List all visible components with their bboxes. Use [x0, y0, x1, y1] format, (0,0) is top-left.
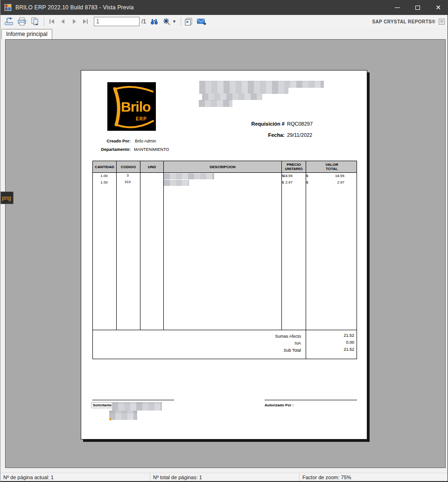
col-header-codigo: CODIGO: [116, 161, 140, 172]
maximize-button[interactable]: [407, 0, 428, 15]
cell-cantidad: 1.00: [92, 174, 116, 178]
date-label: Fecha:: [201, 132, 285, 138]
status-bar: Nº de página actual: 1 Nº total de págin…: [0, 473, 448, 481]
last-page-icon: [82, 19, 89, 24]
previous-page-icon: [59, 19, 67, 24]
col-header-und: UND: [140, 161, 163, 172]
zoom-dropdown-caret[interactable]: ▼: [172, 19, 176, 24]
company-info-blur: [199, 87, 288, 94]
table-body: [92, 173, 357, 330]
app-icon: [4, 4, 12, 11]
email-button[interactable]: [196, 16, 207, 27]
status-current-page: Nº de página actual: 1: [0, 473, 150, 481]
minimize-icon: [395, 7, 400, 8]
total-value: 0.00: [346, 340, 354, 345]
company-info-blur: [199, 81, 324, 88]
solicitante-label[interactable]: Solicitante:: [91, 402, 114, 408]
toolbar: /1 ▼: [0, 15, 448, 28]
requisition-label: Requisición #: [201, 121, 285, 127]
first-page-button[interactable]: [48, 16, 56, 27]
toolbar-separator: [44, 17, 44, 26]
title-bar: BRILO ERP 2022.10 Build 8783 - Vista Pre…: [0, 0, 448, 15]
brilo-logo: Brilo ERP: [107, 82, 156, 131]
logo-sub-text: ERP: [136, 116, 147, 121]
department-label: Departamento:: [81, 147, 131, 152]
cell-precio: 2.97: [270, 180, 293, 184]
total-label: IVA: [294, 341, 301, 346]
copy-icon: [30, 17, 40, 26]
description-blur: [164, 173, 214, 179]
minimize-button[interactable]: [387, 0, 407, 15]
app-window: BRILO ERP 2022.10 Build 8783 - Vista Pre…: [0, 0, 448, 482]
close-button[interactable]: ✕: [428, 0, 448, 15]
page-number-input[interactable]: [94, 17, 140, 26]
col-header-descripcion: DESCRIPCION: [163, 161, 281, 172]
col-header-valor-total: VALORTOTAL: [306, 161, 357, 172]
cell-valor: 2.97: [294, 180, 344, 184]
cell-precio: 18.55: [270, 174, 293, 178]
total-label: Sub Total: [284, 348, 301, 353]
company-info-blur: [202, 93, 262, 100]
signature-mark: [110, 418, 111, 420]
find-button[interactable]: [150, 16, 159, 27]
binoculars-icon: [150, 18, 159, 25]
first-page-icon: [48, 19, 56, 24]
filename-tooltip: png: [0, 191, 14, 204]
toggle-panel-button[interactable]: [185, 16, 193, 27]
zoom-icon: [162, 18, 171, 26]
status-zoom-factor: Factor de zoom: 75%: [299, 473, 448, 481]
created-by-label: Creado Por:: [81, 139, 131, 143]
company-info-blur: [199, 100, 232, 107]
toolbar-separator: [181, 17, 181, 26]
last-page-button[interactable]: [82, 16, 89, 27]
report-page: Brilo ERP Requisición # RQC08297 Fecha: …: [81, 70, 367, 439]
logo-brand-text: Brilo: [121, 99, 150, 115]
maximize-icon: [415, 6, 420, 10]
col-header-cantidad: CANTIDAD: [93, 161, 116, 172]
next-page-button[interactable]: [70, 16, 78, 27]
cell-cantidad: 1.00: [92, 180, 116, 184]
previous-page-button[interactable]: [59, 16, 67, 27]
table-header: CANTIDAD CODIGO UND DESCRIPCION PRECIOUN…: [92, 161, 357, 173]
broken-image-icon: ✕: [439, 19, 445, 25]
document-close-icon: [185, 18, 193, 26]
date-value: 29/11/2022: [287, 132, 312, 138]
autorizado-label: Autorizado Por :: [265, 403, 294, 407]
copy-button[interactable]: [30, 16, 40, 27]
print-button[interactable]: [17, 16, 27, 27]
next-page-icon: [70, 19, 78, 24]
total-value: 21.52: [343, 333, 354, 338]
total-label: Sumas Afecto: [275, 334, 301, 339]
export-button[interactable]: [4, 16, 14, 27]
signature-line-right: [265, 400, 357, 400]
cell-valor: 18.55: [294, 174, 344, 178]
cell-codigo: 3: [116, 173, 140, 177]
zoom-button[interactable]: ▼: [162, 16, 176, 27]
envelope-icon: [196, 18, 207, 25]
col-header-precio-unitario: PRECIOUNITARIO: [281, 161, 306, 172]
total-value: 21.52: [343, 347, 354, 352]
requisition-number: RQC08297: [287, 121, 313, 127]
cell-codigo: 310: [116, 180, 140, 184]
report-preview-area[interactable]: Brilo ERP Requisición # RQC08297 Fecha: …: [5, 39, 446, 468]
totals-section: Sumas Afecto 21.52 IVA 0.00 Sub Total 21…: [92, 330, 357, 359]
tab-informe-principal[interactable]: Informe principal: [1, 29, 52, 39]
description-blur: [164, 180, 189, 186]
solicitante-signature-blur: [109, 411, 137, 420]
close-icon: ✕: [435, 4, 441, 11]
tab-row: Informe principal: [0, 28, 448, 39]
created-by-value: Brilo Admin: [135, 139, 156, 143]
status-total-pages: Nº total de páginas: 1: [150, 473, 299, 481]
department-value: MANTENIMIENTO: [134, 147, 169, 152]
window-title: BRILO ERP 2022.10 Build 8783 - Vista Pre…: [15, 4, 387, 11]
page-total-label: /1: [141, 18, 146, 25]
print-icon: [17, 17, 27, 26]
sap-crystal-reports-brand: SAP CRYSTAL REPORTS®: [372, 19, 435, 24]
export-icon: [4, 17, 14, 26]
solicitante-name-blur: [112, 402, 162, 411]
signature-line-left: [92, 400, 174, 400]
